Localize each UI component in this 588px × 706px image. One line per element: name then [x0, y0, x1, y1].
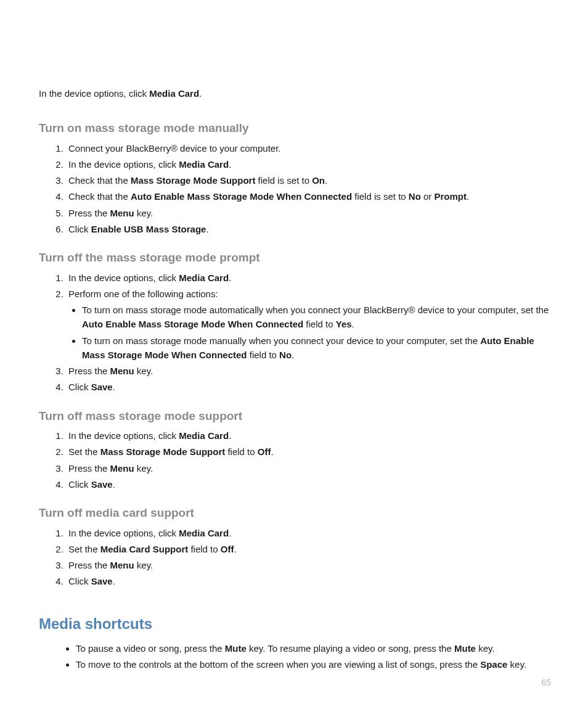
- text: .: [352, 319, 354, 329]
- text: To pause a video or song, press the: [76, 643, 225, 654]
- text: or: [421, 191, 435, 202]
- bold: Menu: [110, 208, 134, 218]
- bullet-list: To pause a video or song, press the Mute…: [39, 641, 551, 672]
- list-item: To pause a video or song, press the Mute…: [76, 641, 551, 655]
- text: key. To resume playing a video or song, …: [247, 643, 454, 654]
- step: Perform one of the following actions: To…: [66, 287, 551, 362]
- bold: Menu: [110, 463, 134, 474]
- bold: Media Card: [149, 88, 199, 99]
- bold: Save: [91, 382, 113, 392]
- text: Press the: [68, 208, 110, 218]
- text: .: [325, 175, 327, 186]
- text: .: [229, 528, 231, 538]
- bold: Media Card: [179, 273, 229, 283]
- bold: Menu: [110, 560, 134, 570]
- text: Set the: [68, 544, 100, 554]
- text: .: [229, 273, 231, 283]
- step: In the device options, click Media Card.: [66, 157, 551, 171]
- bold: No: [279, 350, 292, 360]
- step: Click Save.: [66, 574, 551, 588]
- text: Press the: [68, 366, 110, 376]
- step: Press the Menu key.: [66, 461, 551, 475]
- step: Check that the Mass Storage Mode Support…: [66, 173, 551, 187]
- text: .: [113, 382, 115, 392]
- list-item: To move to the controls at the bottom of…: [76, 657, 551, 671]
- text: .: [199, 88, 202, 99]
- text: Perform one of the following actions:: [68, 289, 218, 299]
- text: field to: [188, 544, 221, 554]
- bold: Media Card: [179, 528, 229, 538]
- text: key.: [134, 463, 153, 474]
- bold: Mute: [225, 643, 247, 654]
- text: In the device options, click: [39, 88, 149, 99]
- bold: Auto Enable Mass Storage Mode When Conne…: [131, 191, 352, 202]
- text: .: [271, 446, 273, 457]
- text: Click: [68, 382, 91, 392]
- step: Press the Menu key.: [66, 558, 551, 572]
- bold: Yes: [336, 319, 352, 329]
- step: Click Enable USB Mass Storage.: [66, 222, 551, 236]
- text: field is set to: [352, 191, 409, 202]
- text: In the device options, click: [68, 159, 179, 170]
- text: key.: [507, 659, 526, 670]
- steps-list: In the device options, click Media Card.…: [39, 429, 551, 491]
- page-number: 65: [541, 676, 551, 690]
- text: .: [467, 191, 469, 202]
- text: To turn on mass storage mode automatical…: [82, 305, 549, 315]
- bold: Mass Storage Mode Support: [100, 446, 226, 457]
- step: Click Save.: [66, 477, 551, 491]
- bold: Media Card: [179, 159, 229, 170]
- step: In the device options, click Media Card.: [66, 526, 551, 540]
- step: Press the Menu key.: [66, 364, 551, 378]
- bold: Prompt: [435, 191, 467, 202]
- text: In the device options, click: [68, 273, 179, 283]
- text: Click: [68, 576, 91, 586]
- text: In the device options, click: [68, 430, 179, 441]
- text: key.: [476, 643, 495, 654]
- text: .: [229, 430, 231, 441]
- step: Set the Media Card Support field to Off.: [66, 542, 551, 556]
- bold: Auto Enable Mass Storage Mode When Conne…: [82, 319, 303, 329]
- section-heading: Turn off the mass storage mode prompt: [39, 248, 551, 266]
- section-heading: Turn off mass storage mode support: [39, 407, 551, 425]
- step: Check that the Auto Enable Mass Storage …: [66, 189, 551, 203]
- bold: Save: [91, 479, 113, 490]
- sub-item: To turn on mass storage mode automatical…: [82, 303, 551, 332]
- step: Connect your BlackBerry® device to your …: [66, 141, 551, 155]
- sub-list: To turn on mass storage mode automatical…: [68, 303, 551, 362]
- step: In the device options, click Media Card.: [66, 429, 551, 443]
- text: Check that the: [68, 175, 131, 186]
- bold: No: [409, 191, 421, 202]
- text: Check that the: [68, 191, 131, 202]
- steps-list: In the device options, click Media Card.…: [39, 526, 551, 589]
- text: field to: [303, 319, 336, 329]
- text: Click: [68, 224, 91, 234]
- bold: Space: [480, 659, 507, 670]
- bold: Media Card: [179, 430, 229, 441]
- text: field is set to: [255, 175, 312, 186]
- text: .: [113, 479, 115, 490]
- bold: Menu: [110, 366, 134, 376]
- text: Press the: [68, 560, 110, 570]
- bold: Media Card Support: [100, 544, 189, 554]
- major-heading: Media shortcuts: [39, 612, 551, 635]
- text: .: [229, 159, 231, 170]
- text: Press the: [68, 463, 110, 474]
- text: field to: [247, 350, 280, 360]
- bold: On: [312, 175, 325, 186]
- text: field to: [225, 446, 258, 457]
- steps-list: Connect your BlackBerry® device to your …: [39, 141, 551, 237]
- text: .: [113, 576, 115, 586]
- bold: Save: [91, 576, 113, 586]
- text: To turn on mass storage mode manually wh…: [82, 335, 480, 346]
- text: In the device options, click: [68, 528, 179, 538]
- intro-paragraph: In the device options, click Media Card.: [39, 86, 551, 101]
- text: .: [234, 544, 236, 554]
- text: Connect your BlackBerry® device to your …: [68, 143, 281, 154]
- text: To move to the controls at the bottom of…: [76, 659, 480, 670]
- text: Click: [68, 479, 91, 490]
- step: In the device options, click Media Card.: [66, 271, 551, 285]
- section-heading: Turn off media card support: [39, 504, 551, 522]
- bold: Off: [221, 544, 234, 554]
- sub-item: To turn on mass storage mode manually wh…: [82, 334, 551, 363]
